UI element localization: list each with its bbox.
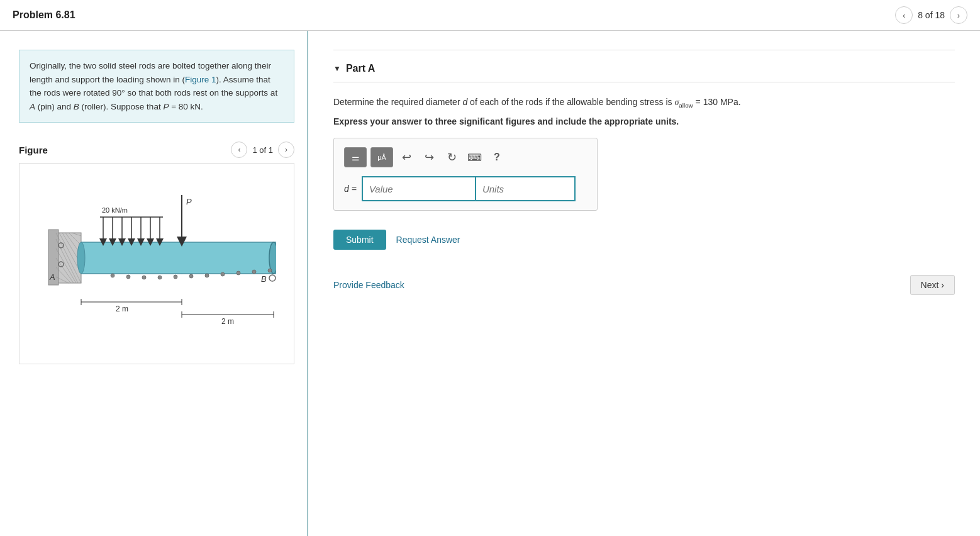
bottom-bar: Provide Feedback Next › (333, 275, 955, 295)
next-nav-button[interactable]: › (950, 6, 967, 24)
header-navigation: ‹ 8 of 18 › (895, 6, 967, 24)
help-button[interactable]: ? (487, 148, 506, 167)
svg-point-22 (126, 275, 130, 279)
p-label: P (186, 197, 192, 206)
figure-diagram: P 20 kN/m A B 2 m (37, 176, 276, 340)
left-panel: Originally, the two solid steel rods are… (0, 31, 308, 536)
header: Problem 6.81 ‹ 8 of 18 › (0, 0, 980, 31)
svg-rect-16 (81, 242, 276, 274)
instruction-text: Express your answer to three significant… (333, 116, 955, 126)
main-container: Originally, the two solid steel rods are… (0, 31, 980, 536)
svg-point-31 (268, 269, 272, 272)
action-row: Submit Request Answer (333, 230, 955, 250)
svg-point-28 (221, 272, 225, 276)
figure-title: Figure (19, 145, 48, 155)
figure-scroll-container[interactable]: P 20 kN/m A B 2 m (19, 163, 294, 364)
page-indicator: 8 of 18 (918, 10, 945, 20)
request-answer-link[interactable]: Request Answer (396, 235, 460, 245)
redo-button[interactable]: ↪ (420, 148, 438, 167)
d-label: d = (344, 184, 357, 194)
svg-point-29 (237, 271, 240, 275)
input-row: d = (344, 176, 587, 201)
value-input[interactable] (362, 176, 475, 201)
figure-page-label: 1 of 1 (252, 145, 273, 155)
submit-button[interactable]: Submit (333, 230, 386, 250)
svg-point-27 (205, 274, 209, 277)
undo-button[interactable]: ↩ (397, 148, 416, 167)
problem-title: Problem 6.81 (13, 9, 75, 21)
figure-prev-button[interactable]: ‹ (231, 142, 247, 158)
right-panel: ▼ Part A Determine the required diameter… (308, 31, 980, 536)
figure-nav: ‹ 1 of 1 › (231, 142, 294, 158)
keyboard-button[interactable]: ⌨ (465, 148, 484, 167)
toolbar: ⚌ μÅ ↩ ↪ ↻ ⌨ ? (344, 147, 587, 167)
figure-section: Figure ‹ 1 of 1 › (19, 142, 294, 364)
svg-point-26 (189, 274, 193, 278)
units-input[interactable] (475, 176, 576, 201)
next-chevron-icon: › (941, 280, 944, 290)
answer-box: ⚌ μÅ ↩ ↪ ↻ ⌨ ? d = (333, 138, 598, 211)
next-label: Next (921, 280, 939, 290)
refresh-button[interactable]: ↻ (442, 148, 461, 167)
figure-link[interactable]: Figure 1 (185, 75, 216, 84)
problem-description: Originally, the two solid steel rods are… (19, 50, 294, 123)
prev-button[interactable]: ‹ (895, 6, 913, 24)
matrix-button[interactable]: ⚌ (344, 147, 367, 167)
svg-point-41 (269, 275, 276, 281)
figure-header: Figure ‹ 1 of 1 › (19, 142, 294, 158)
provide-feedback-link[interactable]: Provide Feedback (333, 280, 404, 290)
part-header: ▼ Part A (333, 63, 955, 82)
dim-2m-label2: 2 m (221, 317, 234, 326)
svg-point-24 (158, 276, 162, 279)
dim-2m-label: 2 m (116, 304, 128, 313)
question-text: Determine the required diameter d of eac… (333, 95, 955, 110)
load-label: 20 kN/m (102, 206, 128, 214)
b-label: B (261, 274, 267, 284)
svg-point-17 (77, 242, 85, 274)
svg-point-21 (111, 274, 114, 277)
mu-button[interactable]: μÅ (370, 147, 393, 167)
svg-point-25 (174, 275, 177, 279)
svg-point-23 (142, 276, 146, 279)
figure-image-area: P 20 kN/m A B 2 m (19, 164, 294, 352)
top-divider (333, 50, 955, 50)
a-label: A (49, 272, 55, 282)
svg-point-30 (252, 270, 256, 274)
collapse-arrow[interactable]: ▼ (333, 64, 341, 73)
part-title: Part A (346, 63, 376, 74)
figure-next-button[interactable]: › (278, 142, 294, 158)
next-button[interactable]: Next › (910, 275, 955, 295)
